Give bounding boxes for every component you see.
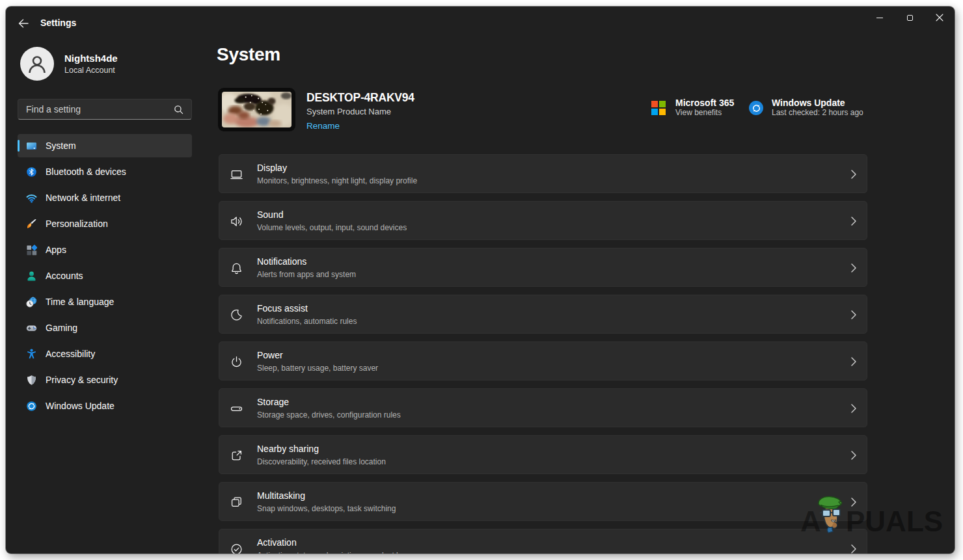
- sidebar-item-time-language[interactable]: Time & language: [18, 290, 192, 313]
- chevron-right-icon: [851, 498, 856, 509]
- settings-row-focus-assist[interactable]: Focus assist Notifications, automatic ru…: [219, 295, 867, 334]
- search-icon[interactable]: [174, 105, 191, 114]
- sidebar-item-label: Accessibility: [46, 349, 95, 359]
- system-icon: [26, 140, 37, 152]
- row-title: Multitasking: [257, 490, 305, 501]
- sidebar-item-label: Network & internet: [46, 193, 120, 203]
- shield-icon: [26, 375, 37, 386]
- sidebar-item-system[interactable]: System: [18, 134, 192, 157]
- settings-row-multitasking[interactable]: Multitasking Snap windows, desktops, tas…: [219, 482, 867, 521]
- row-subtitle: Alerts from apps and system: [257, 270, 356, 279]
- settings-window: Settings Nightsh4de Local Account Find a…: [6, 7, 955, 553]
- sidebar-item-label: System: [46, 140, 76, 151]
- row-subtitle: Snap windows, desktops, task switching: [257, 504, 396, 513]
- back-arrow-icon: [18, 19, 29, 28]
- sidebar-item-network-internet[interactable]: Network & internet: [18, 186, 192, 209]
- row-subtitle: Storage space, drives, configuration rul…: [257, 410, 401, 420]
- settings-row-sound[interactable]: Sound Volume levels, output, input, soun…: [219, 201, 867, 240]
- close-button[interactable]: [925, 7, 955, 29]
- maximize-icon: [907, 15, 913, 21]
- ms-logo-square-red: [651, 101, 658, 107]
- settings-row-activation[interactable]: Activation Activation states, subscripti…: [219, 529, 867, 553]
- chevron-right-icon: [851, 357, 856, 369]
- settings-list: Display Monitors, brightness, night ligh…: [219, 154, 867, 553]
- ms-logo-square-blue: [651, 109, 658, 115]
- user-account-type: Local Account: [64, 66, 115, 75]
- accessibility-icon: [26, 349, 37, 360]
- chevron-right-icon: [851, 310, 856, 322]
- settings-row-storage[interactable]: Storage Storage space, drives, configura…: [219, 388, 867, 427]
- device-name: DESKTOP-4RAKV94: [306, 91, 414, 105]
- row-subtitle: Discoverability, received files location: [257, 457, 386, 466]
- activation-check-icon: [229, 542, 243, 553]
- window-title: Settings: [40, 18, 76, 28]
- sidebar-item-label: Time & language: [46, 297, 114, 307]
- settings-row-notifications[interactable]: Notifications Alerts from apps and syste…: [219, 248, 867, 287]
- user-avatar[interactable]: [20, 47, 54, 81]
- ms-logo-square-green: [659, 101, 666, 107]
- settings-row-nearby-sharing[interactable]: Nearby sharing Discoverability, received…: [219, 435, 867, 474]
- sidebar-item-windows-update[interactable]: Windows Update: [18, 394, 192, 418]
- sidebar-item-accessibility[interactable]: Accessibility: [18, 342, 192, 366]
- selected-accent-bar: [18, 140, 20, 152]
- sidebar-item-bluetooth-devices[interactable]: Bluetooth & devices: [18, 160, 192, 183]
- caption-buttons: [865, 7, 955, 29]
- sidebar-item-label: Personalization: [46, 219, 108, 229]
- chevron-right-icon: [851, 217, 856, 228]
- minimize-button[interactable]: [865, 7, 895, 29]
- settings-row-power[interactable]: Power Sleep, battery usage, battery save…: [219, 341, 867, 380]
- sidebar-item-label: Windows Update: [46, 401, 115, 411]
- user-name: Nightsh4de: [64, 53, 118, 64]
- row-subtitle: Sleep, battery usage, battery saver: [257, 364, 378, 373]
- paintbrush-icon: [26, 219, 37, 230]
- back-button[interactable]: [15, 15, 32, 32]
- sidebar-item-gaming[interactable]: Gaming: [18, 316, 192, 340]
- chevron-right-icon: [851, 451, 856, 462]
- row-subtitle: Monitors, brightness, night light, displ…: [257, 176, 417, 185]
- sidebar-nav: System Bluetooth & devices: [18, 134, 192, 420]
- gamepad-icon: [26, 323, 37, 334]
- sidebar-item-privacy-security[interactable]: Privacy & security: [18, 368, 192, 392]
- sidebar-item-label: Apps: [46, 245, 66, 255]
- apps-icon: [26, 245, 37, 256]
- row-title: Activation: [257, 537, 297, 548]
- sidebar-item-accounts[interactable]: Accounts: [18, 264, 192, 287]
- bell-icon: [229, 261, 243, 275]
- row-title: Power: [257, 350, 283, 360]
- display-icon: [229, 167, 243, 181]
- sidebar-item-apps[interactable]: Apps: [18, 238, 192, 261]
- close-icon: [936, 14, 943, 21]
- row-subtitle: Notifications, automatic rules: [257, 317, 357, 326]
- search-input[interactable]: Find a setting: [18, 99, 192, 120]
- sidebar-item-label: Accounts: [46, 271, 83, 281]
- bluetooth-icon: [26, 167, 37, 178]
- row-title: Notifications: [257, 256, 306, 267]
- chevron-right-icon: [851, 544, 856, 553]
- rename-link[interactable]: Rename: [306, 121, 340, 131]
- windows-update-icon: [26, 401, 37, 412]
- chevron-right-icon: [851, 263, 856, 275]
- sidebar-item-label: Privacy & security: [46, 375, 118, 385]
- wifi-icon: [26, 193, 37, 204]
- microsoft-365-subtitle[interactable]: View benefits: [675, 108, 722, 117]
- device-product-name: System Product Name: [306, 107, 391, 116]
- crescent-moon-icon: [229, 308, 243, 322]
- speaker-icon: [229, 214, 243, 228]
- windows-update-title[interactable]: Windows Update: [772, 98, 845, 108]
- microsoft-logo-icon: [651, 101, 666, 115]
- chevron-right-icon: [851, 170, 856, 181]
- windows-update-subtitle[interactable]: Last checked: 2 hours ago: [772, 108, 863, 117]
- row-title: Storage: [257, 397, 289, 407]
- windows-update-status-icon: [749, 101, 763, 115]
- chevron-right-icon: [851, 404, 856, 416]
- sidebar-item-personalization[interactable]: Personalization: [18, 212, 192, 235]
- row-subtitle: Volume levels, output, input, sound devi…: [257, 223, 407, 232]
- settings-row-display[interactable]: Display Monitors, brightness, night ligh…: [219, 154, 867, 193]
- row-title: Display: [257, 163, 287, 173]
- time-language-icon: [26, 297, 37, 308]
- microsoft-365-title[interactable]: Microsoft 365: [675, 98, 734, 108]
- row-title: Nearby sharing: [257, 444, 319, 454]
- maximize-button[interactable]: [895, 7, 925, 29]
- share-icon: [229, 448, 243, 462]
- row-subtitle: Activation states, subscriptions, produc…: [257, 551, 409, 553]
